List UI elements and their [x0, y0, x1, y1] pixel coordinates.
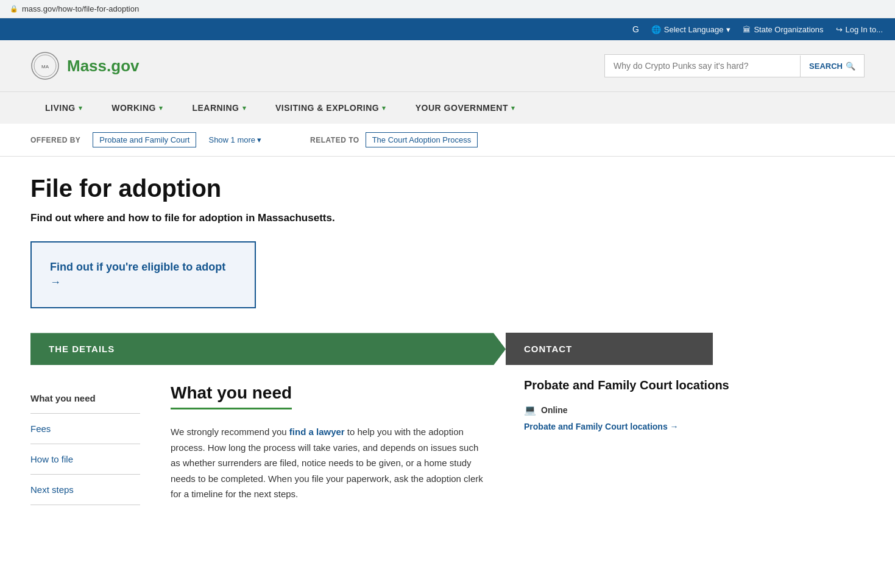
sidebar-nav-next-steps[interactable]: Next steps	[30, 475, 140, 505]
contact-title: Probate and Family Court locations	[524, 377, 846, 393]
search-icon: 🔍	[846, 62, 855, 71]
sidebar-nav-fees[interactable]: Fees	[30, 414, 140, 444]
main-section-content: What you need We strongly recommend you …	[152, 383, 506, 505]
laptop-icon: 💻	[524, 404, 536, 416]
nav-living-label: LIVING	[45, 103, 76, 113]
probate-court-locations-link[interactable]: Probate and Family Court locations →	[524, 422, 846, 431]
court-adoption-process-tag[interactable]: The Court Adoption Process	[366, 132, 478, 147]
page-content: File for adoption Find out where and how…	[0, 157, 895, 523]
section-title: What you need	[171, 383, 292, 409]
search-button-label: SEARCH	[809, 62, 843, 71]
logo-text: Mass.gov	[67, 57, 140, 76]
state-organizations-button[interactable]: 🏛 State Organizations	[743, 25, 823, 34]
top-bar: G 🌐 Select Language ▾ 🏛 State Organizati…	[0, 18, 895, 40]
select-language-button[interactable]: 🌐 Select Language ▾	[651, 25, 731, 34]
search-button[interactable]: SEARCH 🔍	[800, 55, 864, 77]
nav-working-arrow: ▾	[159, 104, 163, 112]
nav-living-arrow: ▾	[79, 104, 83, 112]
section-body-part1: We strongly recommend you	[171, 427, 289, 437]
select-language-arrow: ▾	[726, 25, 731, 34]
left-panel: THE DETAILS What you need Fees How to fi…	[30, 333, 506, 523]
select-language-label: Select Language	[664, 25, 724, 34]
mass-seal-icon: MA	[30, 51, 60, 80]
header: MA Mass.gov SEARCH 🔍	[0, 40, 895, 91]
nav-government-arrow: ▾	[511, 104, 515, 112]
nav-working[interactable]: WORKING ▾	[97, 92, 177, 124]
nav-government[interactable]: YOUR GOVERNMENT ▾	[401, 92, 530, 124]
search-input[interactable]	[605, 55, 800, 77]
details-header: THE DETAILS	[30, 333, 506, 365]
cta-link[interactable]: Find out if you're eligible to adopt →	[50, 261, 225, 288]
building-icon: 🏛	[743, 25, 751, 34]
section-body: We strongly recommend you find a lawyer …	[171, 424, 487, 502]
state-org-label: State Organizations	[754, 25, 823, 34]
offered-by-label: OFFERED BY	[30, 136, 80, 144]
sidebar-nav-what-you-need[interactable]: What you need	[30, 383, 140, 414]
nav-government-label: YOUR GOVERNMENT	[416, 103, 508, 113]
sidebar-nav-how-to-file[interactable]: How to file	[30, 444, 140, 475]
search-area: SEARCH 🔍	[604, 54, 865, 77]
nav-living[interactable]: LIVING ▾	[30, 92, 97, 124]
nav-visiting-arrow: ▾	[382, 104, 386, 112]
nav-visiting[interactable]: VISITING & EXPLORING ▾	[261, 92, 401, 124]
show-more-label: Show 1 more	[208, 135, 255, 144]
contact-online-method: 💻 Online	[524, 404, 846, 416]
login-button[interactable]: ↪ Log In to...	[836, 25, 883, 34]
contact-method-label: Online	[541, 405, 568, 415]
details-content: What you need Fees How to file Next step…	[30, 383, 506, 523]
related-section: RELATED TO The Court Adoption Process	[310, 132, 478, 147]
contact-content: Probate and Family Court locations 💻 Onl…	[506, 365, 865, 444]
google-translate-icon: G	[632, 24, 639, 34]
offered-bar: OFFERED BY Probate and Family Court Show…	[0, 124, 895, 157]
probate-court-tag[interactable]: Probate and Family Court	[93, 132, 196, 147]
nav-working-label: WORKING	[111, 103, 156, 113]
url-bar: 🔒 mass.gov/how-to/file-for-adoption	[0, 0, 895, 18]
show-more-button[interactable]: Show 1 more ▾	[208, 135, 261, 144]
find-lawyer-link[interactable]: find a lawyer	[289, 427, 345, 437]
cta-box: Find out if you're eligible to adopt →	[30, 241, 256, 308]
nav-learning-label: LEARNING	[192, 103, 239, 113]
content-layout: THE DETAILS What you need Fees How to fi…	[30, 333, 865, 523]
sidebar-nav: What you need Fees How to file Next step…	[30, 383, 152, 505]
related-to-label: RELATED TO	[310, 136, 359, 144]
nav-learning-arrow: ▾	[242, 104, 247, 112]
url-text: mass.gov/how-to/file-for-adoption	[22, 4, 139, 13]
show-more-arrow: ▾	[257, 135, 261, 144]
svg-text:MA: MA	[41, 64, 49, 69]
main-nav: LIVING ▾ WORKING ▾ LEARNING ▾ VISITING &…	[0, 91, 895, 124]
lock-icon: 🔒	[10, 5, 18, 13]
logo-link[interactable]: MA Mass.gov	[30, 51, 140, 80]
nav-learning[interactable]: LEARNING ▾	[177, 92, 261, 124]
page-subtitle: Find out where and how to file for adopt…	[30, 212, 865, 224]
login-label: Log In to...	[846, 25, 883, 34]
globe-icon: 🌐	[651, 25, 661, 34]
contact-header: CONTACT	[506, 333, 713, 365]
right-panel: CONTACT Probate and Family Court locatio…	[506, 333, 865, 523]
page-title: File for adoption	[30, 175, 865, 202]
section-header-row: THE DETAILS	[30, 333, 506, 365]
nav-visiting-label: VISITING & EXPLORING	[275, 103, 379, 113]
login-icon: ↪	[836, 25, 843, 34]
section-body-part2: to help you with the adoption process. H…	[171, 427, 483, 499]
